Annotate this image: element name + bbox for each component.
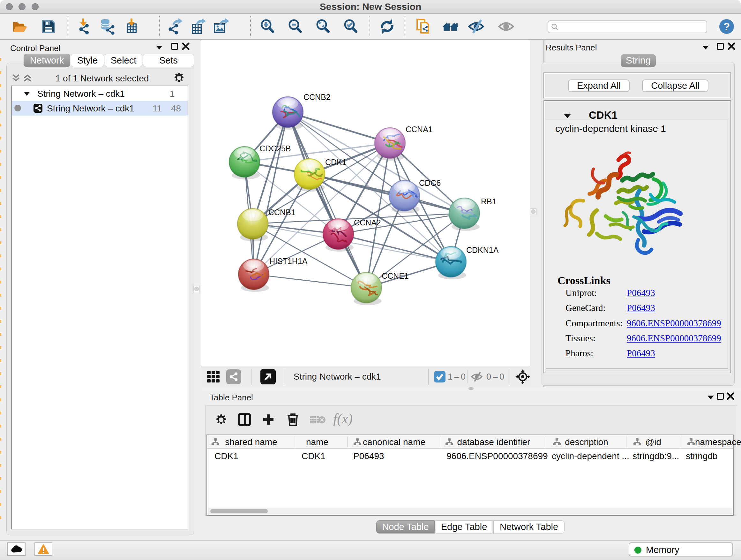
- svg-text:CCNB2: CCNB2: [304, 92, 331, 102]
- svg-text:CCNA2: CCNA2: [354, 218, 381, 227]
- svg-text:CCNB1: CCNB1: [268, 208, 295, 217]
- svg-text:CDK1: CDK1: [325, 158, 347, 167]
- svg-text:CDC25B: CDC25B: [259, 144, 291, 153]
- svg-text:CDC6: CDC6: [419, 179, 441, 187]
- svg-text:CCNE1: CCNE1: [382, 271, 409, 280]
- svg-text:CDKN1A: CDKN1A: [466, 246, 499, 254]
- svg-text:HIST1H1A: HIST1H1A: [269, 257, 308, 266]
- svg-text:CCNA1: CCNA1: [406, 125, 433, 134]
- svg-text:RB1: RB1: [481, 197, 496, 206]
